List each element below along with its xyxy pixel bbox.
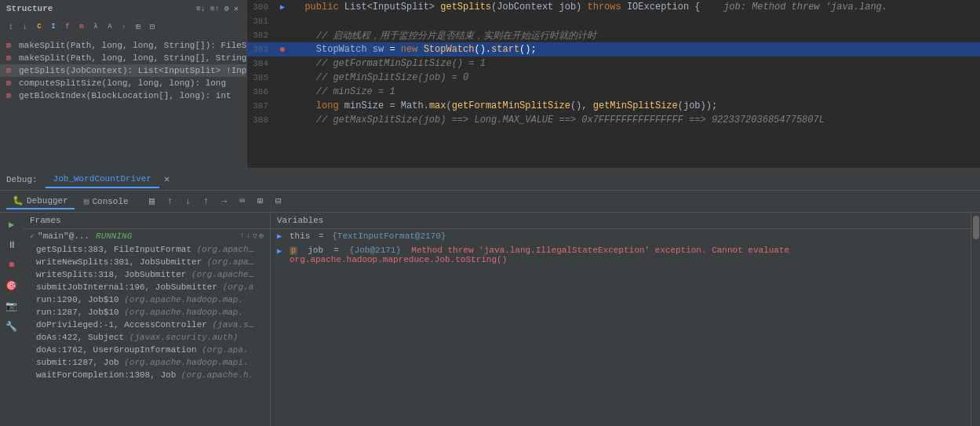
line-hint-380: job: Method threw 'java.lang. <box>712 2 887 13</box>
play-side-icon[interactable]: ▶ <box>3 216 20 233</box>
frame-item-10[interactable]: waitForCompletion:1308, Job (org.apache.… <box>24 369 270 381</box>
code-line-387: 387 long minSize = Math.max(getFormatMin… <box>247 99 980 113</box>
code-line-388: 388 // getMaxSplitSize(job) ==> Long.MAX… <box>247 113 980 127</box>
settings-icon[interactable]: ⚙ <box>223 3 231 14</box>
class-filter-icon[interactable]: C <box>33 20 46 33</box>
step-over-btn[interactable]: ↑ <box>162 194 178 209</box>
sort-icon2[interactable]: ≡↑ <box>209 4 221 14</box>
code-lines: 380 ▶ public List<InputSplit> getSplits(… <box>247 0 980 127</box>
line-num-387: 387 <box>247 101 275 111</box>
method-name-3: computeSplitSize(long, long, long): long <box>19 78 226 88</box>
method-name-1: makeSplit(Path, long, long, String[], St… <box>19 53 246 63</box>
field-filter-icon[interactable]: f <box>61 20 74 33</box>
camera-side-icon[interactable]: 📷 <box>3 297 20 315</box>
variables-header: Variables <box>271 213 971 229</box>
list-view-btn[interactable]: ⊟ <box>271 194 286 209</box>
frame-item-4[interactable]: run:1290, Job$10 (org.apache.hadoop.map. <box>24 293 270 306</box>
frame-item-6[interactable]: doPrivileged:-1, AccessController (java.… <box>24 319 270 331</box>
frames-toggle-btn[interactable]: ▤ <box>144 194 160 209</box>
expand-job-icon[interactable]: ▶ <box>277 246 286 256</box>
run-cursor-btn[interactable]: → <box>217 194 232 209</box>
method-icon-4: m <box>6 92 16 100</box>
step-into-btn[interactable]: ↓ <box>180 194 196 209</box>
close-icon[interactable]: ✕ <box>232 3 240 14</box>
inherited-filter-icon[interactable]: ↑ <box>118 20 130 33</box>
frame-item-3[interactable]: submitJobInternal:196, JobSubmitter (org… <box>24 281 270 293</box>
debug-action-toolbar: ▤ ↑ ↓ ↑ → ⌨ ⊞ ⊟ <box>144 194 286 209</box>
frame-italic-6: (java.secu. <box>212 320 269 330</box>
stop-side-icon[interactable]: ■ <box>3 257 20 274</box>
tab-debugger[interactable]: 🐛 Debugger <box>6 193 75 209</box>
code-line-385: 385 // getMinSplitSize(job) = 0 <box>247 71 980 85</box>
tab-console[interactable]: ▤ Console <box>78 194 135 209</box>
gutter-383: ● <box>275 43 290 56</box>
close-tab-icon[interactable]: ✕ <box>164 173 169 185</box>
line-num-383: 383 <box>247 45 275 54</box>
structure-item-1[interactable]: m makeSplit(Path, long, long, String[], … <box>0 52 246 64</box>
line-num-384: 384 <box>247 59 275 68</box>
structure-item-4[interactable]: m getBlockIndex(BlockLocation[], long): … <box>0 89 246 102</box>
lambda-filter-icon[interactable]: λ <box>89 20 102 33</box>
line-num-382: 382 <box>247 31 275 40</box>
frame-item-1[interactable]: writeNewSplits:301, JobSubmitter (org.ap… <box>24 256 270 268</box>
frame-item-2[interactable]: writeSplits:318, JobSubmitter (org.apach… <box>24 268 270 281</box>
var-item-this: ▶ this = {TextInputFormat@2170} <box>271 229 971 243</box>
line-content-383: StopWatch sw = new StopWatch().start(); <box>290 44 980 55</box>
collapse-all-icon[interactable]: ⊟ <box>146 20 158 33</box>
wrench-side-icon[interactable]: 🔧 <box>3 318 20 335</box>
thread-up-btn[interactable]: ↑ <box>240 231 245 241</box>
structure-toolbar: ≡↓ ≡↑ ⚙ ✕ <box>195 3 240 14</box>
structure-item-0[interactable]: m makeSplit(Path, long, long, String[]):… <box>0 39 246 52</box>
structure-items: m makeSplit(Path, long, long, String[]):… <box>0 36 246 105</box>
sort-icon[interactable]: ≡↓ <box>195 4 207 14</box>
frame-italic-10: (org.apache.h. <box>181 370 253 380</box>
grid-view-btn[interactable]: ⊞ <box>253 194 268 209</box>
frame-item-8[interactable]: doAs:1762, UserGroupInformation (org.apa… <box>24 344 270 356</box>
debug-label: Debug: <box>6 175 38 184</box>
thread-item: ✓ "main"@... RUNNING ↑ ↓ ▽ ⊕ <box>24 229 270 243</box>
expand-all-icon[interactable]: ⊞ <box>132 20 144 33</box>
target-side-icon[interactable]: 🎯 <box>3 277 20 294</box>
structure-item-2[interactable]: m getSplits(JobContext): List<InputSplit… <box>0 64 246 77</box>
bug-icon: 🐛 <box>13 195 24 206</box>
sort-type-icon[interactable]: ↓ <box>19 20 31 33</box>
method-name-4: getBlockIndex(BlockLocation[], long): in… <box>19 91 231 100</box>
frame-item-9[interactable]: submit:1287, Job (org.apache.hadoop.mapi… <box>24 356 270 369</box>
line-num-385: 385 <box>247 73 275 82</box>
variables-panel: Variables ▶ this = {TextInputFormat@2170… <box>271 213 971 426</box>
variables-title: Variables <box>277 216 323 225</box>
debug-content: ▶ ⏸ ■ 🎯 📷 🔧 Frames ✓ "main"@... RUNNING … <box>0 213 980 426</box>
anon-filter-icon[interactable]: A <box>104 20 116 33</box>
var-job-content: p job = {Job@2171} Method threw 'java.la… <box>290 246 964 264</box>
frame-italic-3: (org.a <box>223 282 254 292</box>
pause-side-icon[interactable]: ⏸ <box>3 236 20 253</box>
interface-filter-icon[interactable]: I <box>47 20 60 33</box>
expand-this-icon[interactable]: ▶ <box>277 231 286 241</box>
frame-italic-2: (org.apache.h <box>191 270 259 279</box>
frame-item-0[interactable]: getSplits:383, FileInputFormat (org.apac… <box>24 243 270 256</box>
thread-check-icon: ✓ <box>30 231 35 241</box>
method-icon-1: m <box>6 54 16 63</box>
thread-filter-btn[interactable]: ▽ <box>253 231 257 241</box>
sort-alpha-icon[interactable]: ↕ <box>5 20 17 33</box>
evaluate-btn[interactable]: ⌨ <box>235 194 250 209</box>
step-out-btn[interactable]: ↑ <box>199 194 214 209</box>
code-panel: 380 ▶ public List<InputSplit> getSplits(… <box>247 0 980 168</box>
scrollbar-thumb[interactable] <box>973 216 979 239</box>
method-filter-icon[interactable]: m <box>75 20 88 33</box>
method-icon-3: m <box>6 79 16 88</box>
frame-item-7[interactable]: doAs:422, Subject (javax.security.auth) <box>24 331 270 344</box>
code-line-380: 380 ▶ public List<InputSplit> getSplits(… <box>247 0 980 14</box>
var-name-job: job <box>303 246 323 255</box>
thread-settings-btn[interactable]: ⊕ <box>259 231 264 241</box>
code-line-384: 384 // getFormatMinSplitSize() = 1 <box>247 56 980 71</box>
thread-down-btn[interactable]: ↓ <box>246 231 251 241</box>
frames-title: Frames <box>30 216 61 225</box>
debug-tab-main[interactable]: Job_WordCountDriver <box>46 171 159 188</box>
var-value-this: {TextInputFormat@2170} <box>332 231 446 241</box>
line-num-386: 386 <box>247 87 275 96</box>
structure-item-3[interactable]: m computeSplitSize(long, long, long): lo… <box>0 77 246 89</box>
frame-item-5[interactable]: run:1287, Job$10 (org.apache.hadoop.map. <box>24 306 270 319</box>
debugger-tab-label: Debugger <box>27 196 68 206</box>
structure-header: Structure ≡↓ ≡↑ ⚙ ✕ <box>0 0 246 18</box>
